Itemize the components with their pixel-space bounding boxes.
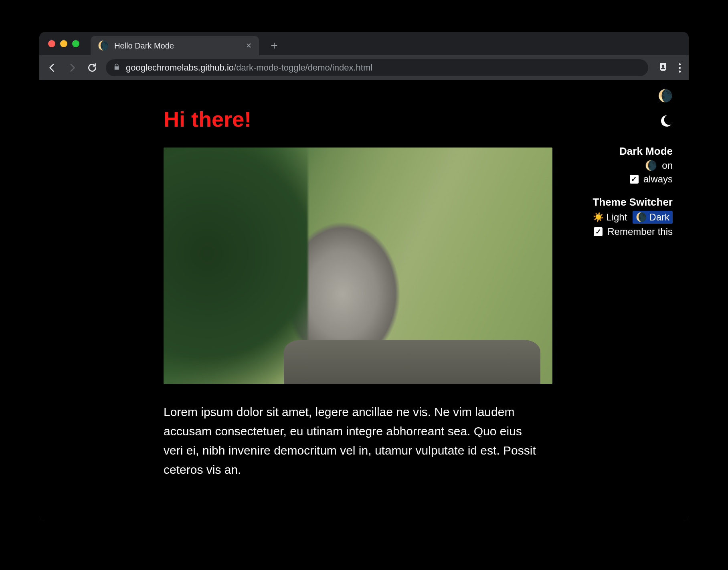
browser-tab[interactable]: 🌘 Hello Dark Mode ✕ xyxy=(91,36,259,55)
reload-button[interactable] xyxy=(86,61,99,74)
dark-mode-state: on xyxy=(662,160,673,171)
tab-close-button[interactable]: ✕ xyxy=(246,41,252,50)
body-paragraph: Lorem ipsum dolor sit amet, legere ancil… xyxy=(164,402,544,479)
browser-menu-button[interactable] xyxy=(677,62,682,74)
browser-toolbar: googlechromelabs.github.io/dark-mode-tog… xyxy=(39,55,689,80)
address-bar[interactable]: googlechromelabs.github.io/dark-mode-tog… xyxy=(106,59,648,76)
hero-image xyxy=(164,148,552,384)
page-content: Hi there! Lorem ipsum dolor sit amet, le… xyxy=(39,80,689,521)
tab-title: Hello Dark Mode xyxy=(114,41,240,51)
dark-label: Dark xyxy=(649,212,669,223)
remember-row: Remember this xyxy=(572,226,673,237)
tab-favicon-icon: 🌘 xyxy=(98,41,109,50)
always-label: always xyxy=(643,174,673,185)
remember-label: Remember this xyxy=(607,226,673,237)
page-heading: Hi there! xyxy=(164,107,556,131)
forward-button[interactable] xyxy=(66,61,79,74)
theme-option-light[interactable]: ☀️ Light xyxy=(590,211,630,224)
zoom-window-button[interactable] xyxy=(72,40,79,47)
browser-window: 🌘 Hello Dark Mode ✕ ＋ googlechromelabs.g… xyxy=(39,32,689,521)
theme-switcher-heading: Theme Switcher xyxy=(572,196,673,208)
sun-icon: ☀️ xyxy=(593,212,604,222)
crescent-icon[interactable] xyxy=(659,114,673,130)
profile-button[interactable] xyxy=(658,62,668,74)
url-host: googlechromelabs.github.io xyxy=(126,63,234,73)
dark-mode-always-row: always xyxy=(572,174,673,185)
moon-icon: 🌘 xyxy=(645,160,657,171)
back-button[interactable] xyxy=(46,61,59,74)
moon-emoji-icon[interactable]: 🌘 xyxy=(572,90,673,102)
theme-option-dark[interactable]: 🌘 Dark xyxy=(633,211,673,224)
light-label: Light xyxy=(606,212,627,223)
url-path: /dark-mode-toggle/demo/index.html xyxy=(234,63,372,73)
theme-switcher: ☀️ Light 🌘 Dark xyxy=(572,211,673,224)
minimize-window-button[interactable] xyxy=(60,40,67,47)
url-text: googlechromelabs.github.io/dark-mode-tog… xyxy=(126,63,372,73)
side-controls: 🌘 Dark Mode 🌘 on always Theme Switcher ☀… xyxy=(572,90,673,240)
always-checkbox[interactable] xyxy=(630,175,639,184)
moon-icon: 🌘 xyxy=(636,212,647,222)
new-tab-button[interactable]: ＋ xyxy=(269,40,280,51)
dark-mode-toggle[interactable]: 🌘 on xyxy=(572,160,673,171)
tab-strip: 🌘 Hello Dark Mode ✕ ＋ xyxy=(39,32,689,55)
remember-checkbox[interactable] xyxy=(594,227,603,236)
lock-icon xyxy=(113,63,120,73)
main-column: Hi there! Lorem ipsum dolor sit amet, le… xyxy=(164,96,556,489)
window-controls xyxy=(48,40,79,47)
dark-mode-heading: Dark Mode xyxy=(572,145,673,158)
close-window-button[interactable] xyxy=(48,40,55,47)
